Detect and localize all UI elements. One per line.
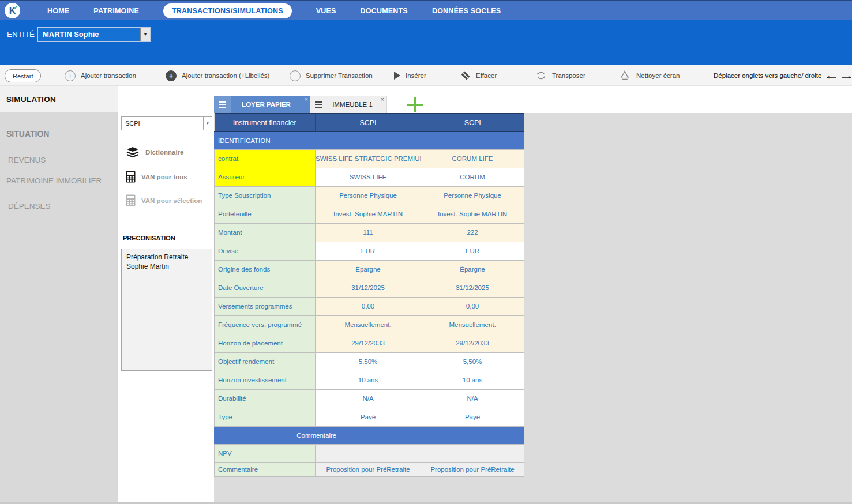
cell-commentaire-1[interactable]: Proposition pour PréRetraite [421, 462, 524, 476]
cell-npv-1[interactable] [421, 444, 524, 462]
cell-type-0[interactable]: Payé [316, 408, 421, 426]
cell-montant-0[interactable]: 111 [316, 223, 421, 242]
add-transaction-button[interactable]: + Ajouter transaction [65, 65, 136, 86]
tab-loyer-papier[interactable]: LOYER PAPIER× [214, 96, 310, 113]
recycle-icon [618, 70, 631, 81]
grid-row-date-ouverture: Date Ouverture31/12/202531/12/2025 [215, 279, 524, 297]
instrument-filter-value: SCPI [122, 117, 203, 130]
entity-bar: ENTITÉ MARTIN Sophie ▼ [0, 20, 852, 65]
insert-button[interactable]: Insérer [394, 65, 426, 86]
cell-link-frequence-vers-programme-1[interactable]: Mensuellement. [449, 321, 496, 328]
cell-link-frequence-vers-programme-0[interactable]: Mensuellement. [344, 321, 391, 328]
cell-npv-0[interactable] [316, 444, 421, 462]
nav-item-vues[interactable]: VUES [316, 7, 336, 15]
dictionary-button[interactable]: Dictionnaire [126, 146, 183, 158]
cell-link-portefeuille-1[interactable]: Invest. Sophie MARTIN [438, 210, 507, 217]
row-label-frequence-vers-programme: Fréquence vers. programmé [215, 315, 316, 334]
nav-item-home[interactable]: HOME [47, 7, 69, 15]
add-transaction-labels-button[interactable]: + Ajouter transaction (+Libellés) [166, 65, 269, 86]
cell-horizon-de-placement-1[interactable]: 29/12/2033 [421, 334, 524, 352]
van-selection-button[interactable]: VAN pour sélection [126, 194, 202, 206]
cell-montant-1[interactable]: 222 [421, 223, 524, 242]
preconisation-textbox[interactable]: Préparation Retraite Sophie Martin [121, 249, 212, 371]
grid-row-type-souscription: Type SouscriptionPersonne PhysiquePerson… [215, 186, 524, 205]
row-label-durabilite: Durabilité [215, 389, 316, 408]
cell-versements-programmes-1[interactable]: 0,00 [421, 297, 524, 315]
cell-durabilite-0[interactable]: N/A [316, 389, 421, 408]
grid-row-origine-des-fonds: Origine des fondsÉpargneÉpargne [215, 260, 524, 279]
cell-devise-1[interactable]: EUR [421, 242, 524, 260]
cell-portefeuille-0[interactable]: Invest. Sophie MARTIN [316, 205, 421, 223]
cell-contrat-1[interactable]: CORUM LIFE [421, 149, 524, 168]
nav-item-donnees-socles[interactable]: DONNÉES SOCLES [432, 7, 501, 15]
entity-select[interactable]: MARTIN Sophie ▼ [37, 27, 151, 42]
move-tabs-label: Déplacer onglets vers gauche/ droite [714, 72, 821, 79]
cell-frequence-vers-programme-1[interactable]: Mensuellement. [421, 315, 524, 334]
chevron-down-icon[interactable]: ▼ [203, 117, 212, 130]
cell-type-1[interactable]: Payé [421, 408, 524, 426]
restart-button[interactable]: Restart [5, 69, 41, 82]
row-label-type-souscription: Type Souscription [215, 186, 316, 205]
close-icon[interactable]: × [381, 96, 384, 103]
row-label-contrat: contrat [215, 149, 316, 168]
cell-date-ouverture-1[interactable]: 31/12/2025 [421, 279, 524, 297]
cell-horizon-investissement-0[interactable]: 10 ans [316, 371, 421, 389]
transaction-grid: Instrument financierSCPISCPI IDENTIFICAT… [214, 113, 524, 477]
entity-label: ENTITÉ [7, 30, 35, 39]
app-logo[interactable]: K [5, 3, 20, 18]
cell-assureur-1[interactable]: CORUM [421, 168, 524, 186]
sidebar-item-situation[interactable]: SITUATION [0, 129, 118, 138]
section-label: Commentaire [215, 426, 524, 444]
cell-portefeuille-1[interactable]: Invest. Sophie MARTIN [421, 205, 524, 223]
tab-immeuble-1[interactable]: IMMEUBLE 1× [310, 96, 387, 113]
cell-objectif-rendement-1[interactable]: 5,50% [421, 352, 524, 371]
cell-type-souscription-1[interactable]: Personne Physique [421, 186, 524, 205]
cell-objectif-rendement-0[interactable]: 5,50% [316, 352, 421, 371]
cell-durabilite-1[interactable]: N/A [421, 389, 524, 408]
cell-frequence-vers-programme-0[interactable]: Mensuellement. [316, 315, 421, 334]
grid-row-durabilite: DurabilitéN/AN/A [215, 389, 524, 408]
close-icon[interactable]: × [305, 96, 308, 103]
sidebar-item-depenses[interactable]: DÉPENSES [0, 202, 118, 210]
nav-item-patrimoine[interactable]: PATRIMOINE [93, 7, 139, 15]
instrument-filter-select[interactable]: SCPI ▼ [121, 116, 212, 130]
clean-screen-button[interactable]: Nettoyer écran [618, 65, 680, 86]
cell-commentaire-0[interactable]: Proposition pour PréRetraite [316, 462, 421, 476]
delete-transaction-button[interactable]: − Supprimer Transaction [290, 65, 373, 86]
row-label-montant: Montant [215, 223, 316, 242]
erase-button[interactable]: Effacer [460, 65, 497, 86]
cell-link-portefeuille-0[interactable]: Invest. Sophie MARTIN [333, 210, 403, 217]
move-tab-right-arrow-icon[interactable]: → [839, 71, 852, 81]
play-icon [394, 72, 400, 80]
cell-origine-des-fonds-1[interactable]: Épargne [421, 260, 524, 279]
nav-item-transactions-simulations[interactable]: TRANSACTIONS/SIMULATIONS [163, 3, 292, 18]
cell-contrat-0[interactable]: SWISS LIFE STRATEGIC PREMIUM [316, 149, 421, 168]
sidebar-item-patrimoine-immobilier[interactable]: PATRIMOINE IMMOBILIER [0, 176, 118, 185]
erase-label: Effacer [476, 72, 497, 79]
nav-item-documents[interactable]: DOCUMENTS [361, 7, 408, 15]
circle-plus-filled-icon: + [166, 70, 177, 81]
grid-column-header-0: Instrument financier [215, 114, 316, 131]
sidebar-item-revenus[interactable]: REVENUS [0, 156, 118, 164]
row-label-versements-programmes: Versements programmés [215, 297, 316, 315]
grid-header-row: Instrument financierSCPISCPI [215, 114, 524, 131]
cell-devise-0[interactable]: EUR [316, 242, 421, 260]
transpose-button[interactable]: Transposer [535, 65, 585, 86]
cell-origine-des-fonds-0[interactable]: Épargne [316, 260, 421, 279]
new-tab-plus-icon[interactable] [407, 97, 423, 112]
chevron-down-icon[interactable]: ▼ [140, 28, 150, 41]
cell-horizon-investissement-1[interactable]: 10 ans [421, 371, 524, 389]
van-all-button[interactable]: VAN pour tous [126, 171, 187, 183]
transpose-icon [535, 70, 547, 81]
row-label-commentaire: Commentaire [215, 462, 316, 476]
move-tab-left-arrow-icon[interactable]: ← [824, 71, 839, 81]
cell-versements-programmes-0[interactable]: 0,00 [316, 297, 421, 315]
cell-date-ouverture-0[interactable]: 31/12/2025 [316, 279, 421, 297]
cell-type-souscription-0[interactable]: Personne Physique [316, 186, 421, 205]
sidebar: SIMULATION SITUATIONREVENUSPATRIMOINE IM… [0, 86, 118, 502]
entity-select-value: MARTIN Sophie [38, 28, 140, 41]
insert-label: Insérer [406, 72, 426, 79]
cell-horizon-de-placement-0[interactable]: 29/12/2033 [316, 334, 421, 352]
cell-assureur-0[interactable]: SWISS LIFE [316, 168, 421, 186]
tab-label: IMMEUBLE 1 [318, 101, 386, 108]
